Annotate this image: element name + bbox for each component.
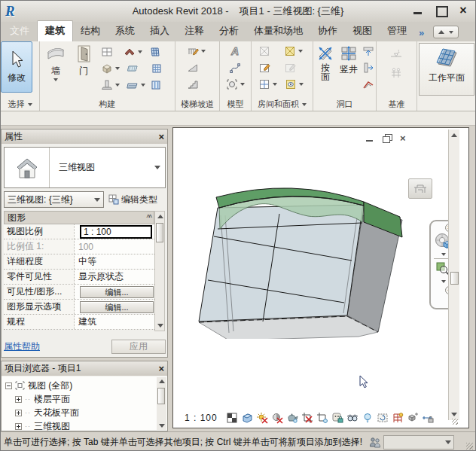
panel-label-datum[interactable]: 基准	[377, 98, 416, 111]
view-scale-value[interactable]: 1 : 100	[80, 225, 152, 239]
detail-level-icon[interactable]	[226, 412, 239, 424]
tree-item-ceiling-plans[interactable]: ·· 天花板平面	[2, 406, 167, 419]
view-minimize-icon[interactable]	[365, 134, 375, 143]
tag-room-icon[interactable]	[258, 62, 271, 74]
collapse-expander-icon[interactable]	[5, 382, 12, 389]
curtain-grid-icon[interactable]	[150, 62, 163, 75]
maximize-button[interactable]	[435, 5, 447, 17]
properties-header[interactable]: 属性 ×	[2, 130, 167, 144]
sun-path-off-icon[interactable]	[256, 412, 269, 424]
scroll-down-icon[interactable]	[451, 413, 457, 416]
property-value[interactable]: 建筑	[75, 315, 154, 328]
roof-icon[interactable]	[123, 46, 136, 58]
panel-label-select[interactable]: 选择	[1, 98, 39, 111]
building-model[interactable]	[191, 173, 410, 339]
wall-button[interactable]: 墙	[46, 44, 66, 81]
panel-label-room-area[interactable]: 房间和面积	[252, 98, 313, 111]
model-text-icon[interactable]: A	[228, 45, 242, 57]
graphic-display-edit-button[interactable]: 编辑...	[80, 301, 154, 313]
expand-plus-icon[interactable]	[15, 410, 22, 416]
highlight-displacement-sets-icon[interactable]	[407, 412, 420, 424]
show-rendering-dialog-icon[interactable]	[286, 412, 299, 424]
panel-label-model[interactable]: 模型	[220, 98, 251, 111]
type-selector-dropdown-icon[interactable]	[154, 166, 160, 169]
tree-item-floor-plans[interactable]: ·· 楼层平面	[2, 392, 167, 406]
property-row[interactable]: 规程 建筑	[4, 315, 154, 330]
tab-architecture[interactable]: 建筑	[37, 20, 73, 41]
component-icon[interactable]	[100, 62, 114, 75]
unlocked-3d-view-icon[interactable]	[331, 412, 344, 424]
tab-insert[interactable]: 插入	[142, 21, 177, 41]
railing-dropdown-icon[interactable]	[201, 50, 206, 53]
properties-help-link[interactable]: 属性帮助	[4, 340, 40, 353]
curtain-system-icon[interactable]	[148, 46, 162, 58]
stair-icon[interactable]	[186, 78, 200, 90]
property-row[interactable]: 图形显示选项 编辑...	[4, 300, 154, 315]
shadows-off-icon[interactable]	[271, 412, 284, 424]
properties-close-icon[interactable]: ×	[158, 131, 164, 142]
view-restore-icon[interactable]	[383, 134, 392, 143]
area-icon[interactable]	[258, 78, 271, 90]
panel-label-build[interactable]: 构建	[40, 98, 175, 111]
ceiling-icon[interactable]	[126, 62, 139, 75]
property-value[interactable]: 中等	[75, 255, 154, 268]
close-button[interactable]: ×	[457, 5, 469, 17]
view-close-icon[interactable]: ×	[400, 134, 410, 143]
visual-style-icon[interactable]	[241, 412, 254, 424]
model-line-icon[interactable]	[228, 62, 242, 74]
viewcube-home-icon[interactable]	[408, 178, 432, 199]
room-tag-icon[interactable]	[283, 45, 297, 57]
area-tag-icon[interactable]	[284, 78, 298, 90]
project-browser-header[interactable]: 项目浏览器 - 项目1 ×	[2, 361, 167, 376]
temporary-hide-isolate-icon[interactable]	[346, 412, 359, 424]
design-options-dropdown[interactable]	[383, 435, 454, 449]
column-dropdown-icon[interactable]	[115, 84, 120, 87]
view-vertical-scrollbar[interactable]	[448, 130, 459, 420]
show-analytical-model-icon[interactable]	[392, 412, 404, 424]
type-selector[interactable]: 三维视图	[4, 147, 166, 188]
wall-dropdown-icon[interactable]	[53, 78, 58, 81]
dormer-opening-icon[interactable]	[362, 78, 375, 90]
scroll-down-icon[interactable]	[157, 324, 163, 328]
temporary-view-properties-icon[interactable]	[377, 412, 389, 424]
scrollbar-thumb[interactable]	[156, 223, 163, 242]
property-row[interactable]: 详细程度 中等	[4, 254, 154, 270]
scroll-up-icon[interactable]	[451, 133, 457, 137]
view-canvas[interactable]: × ×	[172, 127, 469, 428]
browser-scrollbar[interactable]	[157, 377, 166, 430]
shaft-button[interactable]: 竖井	[337, 44, 360, 76]
tab-view[interactable]: 视图	[345, 21, 380, 41]
section-graphics[interactable]: 图形 ^^	[4, 211, 154, 224]
apply-button[interactable]: 应用	[111, 340, 166, 354]
scrollbar-thumb[interactable]	[157, 388, 165, 404]
opening-by-face-button[interactable]: 按面	[315, 44, 336, 81]
wheel-dropdown-icon[interactable]	[441, 253, 446, 256]
scrollbar-thumb[interactable]	[450, 272, 459, 285]
visibility-edit-button[interactable]: 编辑...	[80, 286, 154, 298]
floor-icon[interactable]	[126, 79, 139, 91]
show-crop-region-icon[interactable]	[316, 412, 329, 424]
properties-scrollbar[interactable]	[154, 211, 165, 331]
scroll-up-icon[interactable]	[159, 379, 165, 383]
tab-analyze[interactable]: 分析	[212, 21, 246, 41]
panel-label-circulation[interactable]: 楼梯坡道	[175, 98, 219, 111]
expand-plus-icon[interactable]	[15, 396, 22, 403]
room-tag-dropdown-icon[interactable]	[298, 50, 303, 53]
tree-item-3d-views[interactable]: ·· 三维视图	[2, 419, 167, 431]
workplane-button[interactable]: 工作平面	[419, 43, 474, 96]
column-icon[interactable]	[100, 79, 114, 91]
property-row[interactable]: 比例值 1: 100	[4, 239, 154, 254]
tab-file[interactable]: 文件	[2, 21, 37, 41]
tab-annotate[interactable]: 注释	[177, 21, 212, 41]
property-value[interactable]: 显示原状态	[75, 270, 154, 283]
viewbar-resize-grip[interactable]	[452, 419, 458, 425]
property-row[interactable]: 视图比例 1 : 100	[4, 224, 154, 239]
area-dropdown-icon[interactable]	[273, 83, 277, 86]
expand-plus-icon[interactable]	[15, 423, 22, 430]
railing-icon[interactable]	[186, 45, 200, 57]
tab-systems[interactable]: 系统	[108, 21, 142, 41]
grid-icon[interactable]	[389, 68, 403, 80]
window-icon[interactable]	[100, 46, 114, 58]
ramp-icon[interactable]	[186, 62, 200, 74]
instance-selector[interactable]: 三维视图: {三维}	[4, 191, 104, 208]
